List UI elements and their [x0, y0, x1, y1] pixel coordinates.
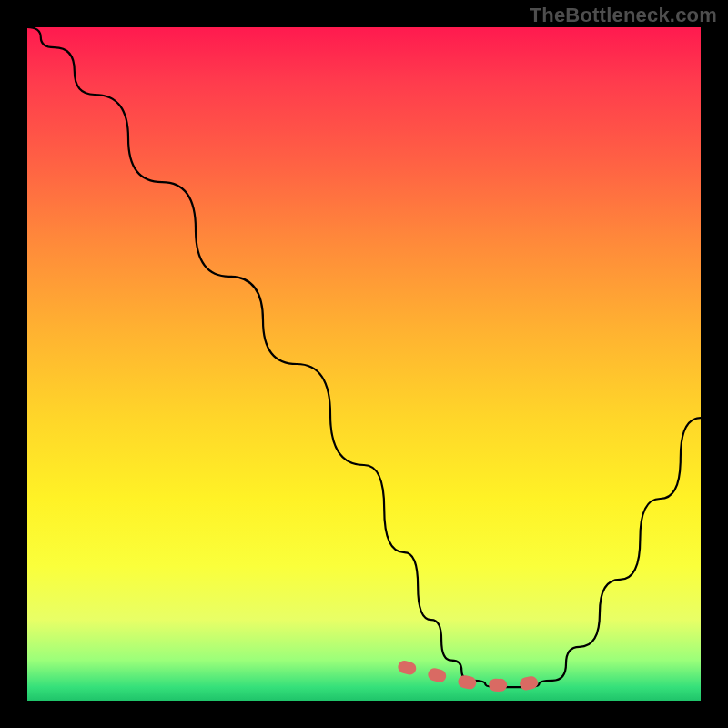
watermark-text: TheBottleneck.com — [530, 4, 717, 27]
chart-svg — [27, 27, 701, 701]
optimal-range-path — [404, 667, 552, 685]
bottleneck-curve-path — [27, 27, 701, 687]
plot-area — [27, 27, 701, 701]
chart-stage: TheBottleneck.com — [0, 0, 728, 728]
